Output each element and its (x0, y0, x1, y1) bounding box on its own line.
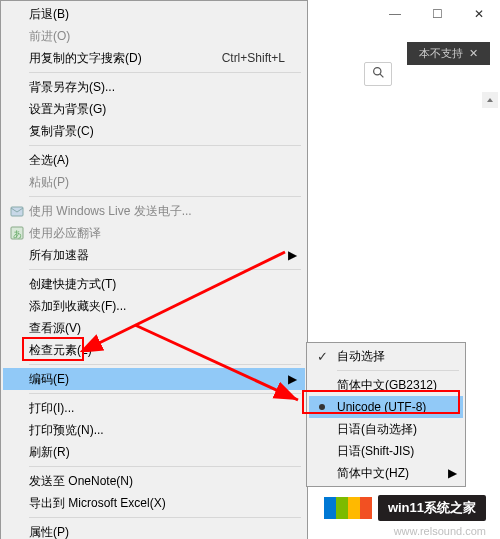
menu-print-preview[interactable]: 打印预览(N)... (3, 419, 305, 441)
menu-all-accelerators[interactable]: 所有加速器▶ (3, 244, 305, 266)
menu-encoding[interactable]: 编码(E)▶ (3, 368, 305, 390)
submenu-utf8[interactable]: Unicode (UTF-8) (309, 396, 463, 418)
menu-windows-live: 使用 Windows Live 发送电子... (3, 200, 305, 222)
menu-add-to-favorites[interactable]: 添加到收藏夹(F)... (3, 295, 305, 317)
menu-view-source[interactable]: 查看源(V) (3, 317, 305, 339)
svg-point-0 (373, 68, 380, 75)
minimize-button[interactable]: — (374, 0, 416, 28)
close-button[interactable]: ✕ (458, 0, 500, 28)
submenu-gb2312[interactable]: 简体中文(GB2312) (309, 374, 463, 396)
background-window: — ☐ ✕ 本不支持 ✕ (305, 0, 500, 280)
separator (29, 269, 301, 270)
menu-create-shortcut[interactable]: 创建快捷方式(T) (3, 273, 305, 295)
separator (29, 466, 301, 467)
scroll-up-icon[interactable] (482, 92, 498, 108)
submenu-arrow-icon: ▶ (288, 248, 297, 262)
submenu-arrow-icon: ▶ (288, 372, 297, 386)
separator (29, 145, 301, 146)
submenu-japanese-auto[interactable]: 日语(自动选择) (309, 418, 463, 440)
window-titlebar: — ☐ ✕ (306, 0, 500, 30)
menu-print[interactable]: 打印(I)... (3, 397, 305, 419)
separator (29, 364, 301, 365)
check-icon: ✓ (317, 349, 328, 364)
submenu-auto-select[interactable]: ✓ 自动选择 (309, 345, 463, 367)
shortcut-text: Ctrl+Shift+L (222, 51, 285, 65)
svg-text:あ: あ (13, 229, 22, 239)
menu-text-search[interactable]: 用复制的文字搜索(D)Ctrl+Shift+L (3, 47, 305, 69)
menu-back[interactable]: 后退(B) (3, 3, 305, 25)
separator (337, 370, 459, 371)
encoding-submenu: ✓ 自动选择 简体中文(GB2312) Unicode (UTF-8) 日语(自… (306, 342, 466, 487)
menu-select-all[interactable]: 全选(A) (3, 149, 305, 171)
menu-save-bg-as[interactable]: 背景另存为(S)... (3, 76, 305, 98)
menu-refresh[interactable]: 刷新(R) (3, 441, 305, 463)
scrollbar[interactable] (482, 92, 498, 272)
watermark-url: www.relsound.com (394, 525, 486, 537)
separator (29, 393, 301, 394)
submenu-shift-jis[interactable]: 日语(Shift-JIS) (309, 440, 463, 462)
maximize-button[interactable]: ☐ (416, 0, 458, 28)
watermark-badge: win11系统之家 (324, 495, 486, 521)
watermark-text: win11系统之家 (378, 495, 486, 521)
watermark-logo-icon (324, 497, 372, 519)
context-menu: 后退(B) 前进(O) 用复制的文字搜索(D)Ctrl+Shift+L 背景另存… (0, 0, 308, 539)
menu-set-as-bg[interactable]: 设置为背景(G) (3, 98, 305, 120)
separator (29, 196, 301, 197)
separator (29, 72, 301, 73)
browser-tab[interactable]: 本不支持 ✕ (407, 42, 490, 65)
menu-copy-bg[interactable]: 复制背景(C) (3, 120, 305, 142)
submenu-arrow-icon: ▶ (448, 466, 457, 480)
translate-icon: あ (9, 225, 25, 241)
mail-icon (9, 203, 25, 219)
svg-line-1 (380, 74, 383, 77)
bullet-icon (319, 404, 325, 410)
watermark: win11系统之家 www.relsound.com (0, 484, 500, 539)
search-box[interactable] (364, 62, 392, 86)
menu-inspect-element[interactable]: 检查元素(L) (3, 339, 305, 361)
submenu-hz[interactable]: 简体中文(HZ)▶ (309, 462, 463, 484)
search-icon (372, 66, 385, 82)
menu-forward: 前进(O) (3, 25, 305, 47)
menu-paste: 粘贴(P) (3, 171, 305, 193)
menu-bing-translate: あ 使用必应翻译 (3, 222, 305, 244)
tab-close-icon[interactable]: ✕ (469, 47, 478, 60)
tab-label: 本不支持 (419, 46, 463, 61)
